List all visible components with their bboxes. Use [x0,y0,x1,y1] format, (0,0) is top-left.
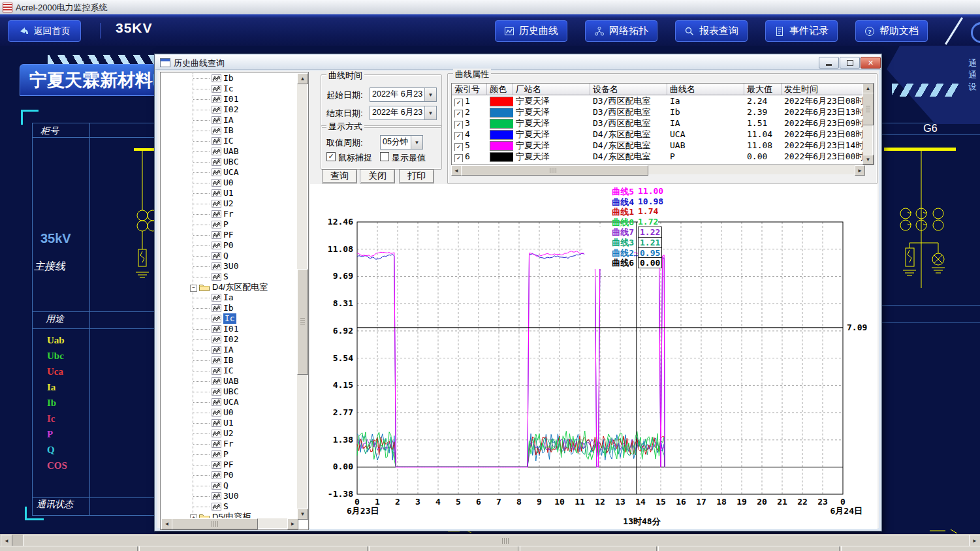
tree-item-I01[interactable]: I01 [161,324,296,334]
tree-item-UBC[interactable]: UBC [161,386,296,397]
table-hscroll-thumb[interactable] [461,165,648,176]
table-vscroll-thumb[interactable] [862,93,874,125]
table-scroll-up-button[interactable]: ▲ [862,84,874,93]
chevron-down-icon[interactable]: ▼ [424,106,436,119]
tree-scroll-up-button[interactable]: ▲ [297,73,308,84]
end-date-select[interactable]: 2022年 6月23 ▼ [370,106,437,120]
tree-item-P0[interactable]: P0 [161,240,296,251]
nav-history-curve-button[interactable]: 历史曲线 [495,20,567,42]
dialog-titlebar[interactable]: 历史曲线查询 [155,55,881,70]
tree-item-P0[interactable]: P0 [161,470,296,480]
main-hscroll-thumb[interactable] [23,535,970,546]
nav-event-log-button[interactable]: 事件记录 [765,20,838,42]
tree-folder-D5/电容柜[interactable]: +D5/电容柜 [161,512,296,518]
tree-item-U2[interactable]: U2 [161,428,296,439]
tree-scroll-left-button[interactable]: ◄ [161,518,172,529]
tree-item-UCA[interactable]: UCA [161,167,296,178]
tree-item-S[interactable]: S [161,501,296,512]
dialog-minimize-button[interactable] [819,57,839,69]
table-col-header[interactable]: 设备名 [590,84,667,95]
tree-item-I01[interactable]: I01 [161,94,296,104]
tree-item-PF[interactable]: PF [161,460,296,470]
close-button[interactable]: 关闭 [360,169,395,183]
row-checkbox[interactable]: ✓ [454,110,463,118]
tree-item-P[interactable]: P [161,449,296,460]
tree-folder-D4/东区配电室[interactable]: −D4/东区配电室 [161,282,296,292]
tree-item-UBC[interactable]: UBC [161,157,296,167]
tree-item-IA[interactable]: IA [161,345,296,355]
mouse-capture-checkbox[interactable]: ✓ [326,152,336,161]
sample-period-select[interactable]: 05分钟 ▼ [380,135,423,150]
tree-item-Ib[interactable]: Ib [161,303,296,313]
tree-item-Ic[interactable]: Ic [161,313,296,324]
tree-item-IC[interactable]: IC [161,366,296,376]
collapse-icon[interactable]: − [190,285,197,292]
table-scroll-left-button[interactable]: ◄ [451,165,462,176]
tree-item-Ib[interactable]: Ib [161,73,296,84]
tree-item-U0[interactable]: U0 [161,407,296,418]
expand-icon[interactable]: + [190,514,197,518]
tree-item-UCA[interactable]: UCA [161,397,296,407]
tree-vscrollbar[interactable]: ▲ ▼ [297,73,307,518]
tree-item-Fr[interactable]: Fr [161,439,296,449]
edge-label-1[interactable]: 通 [968,57,980,68]
tree-item-UAB[interactable]: UAB [161,376,296,386]
row-checkbox[interactable]: ✓ [454,143,463,151]
edge-label-3[interactable]: 设 [968,81,980,91]
table-col-header[interactable]: 最大值 [744,84,782,95]
table-col-header[interactable]: 颜色 [487,84,513,95]
back-home-button[interactable]: 返回首页 [8,20,81,42]
tree-item-Ia[interactable]: Ia [161,292,296,303]
tree-item-S[interactable]: S [161,272,296,282]
curve-chart[interactable]: 12.4611.089.698.316.925.544.152.771.380.… [310,184,877,529]
table-row[interactable]: ✓3宁夏天泽D3/西区配电室IA1.512022年6月23日09时 [452,118,874,129]
tree-item-I02[interactable]: I02 [161,334,296,345]
tree-hscrollbar[interactable]: ◄ ► [161,518,297,528]
table-scroll-down-button[interactable]: ▼ [862,155,874,165]
main-scroll-left-button[interactable]: ◄ [1,535,12,546]
row-checkbox[interactable]: ✓ [454,132,463,140]
table-row[interactable]: ✓6宁夏天泽D4/东区配电室P0.002022年6月23日00时 [452,151,874,162]
tree-item-U1[interactable]: U1 [161,418,296,428]
edge-label-2[interactable]: 通 [968,69,980,80]
tree-item-P[interactable]: P [161,219,296,230]
show-max-checkbox[interactable] [380,152,389,161]
tree-item-IB[interactable]: IB [161,125,296,136]
row-checkbox[interactable]: ✓ [454,121,463,129]
start-date-select[interactable]: 2022年 6月23 ▼ [370,87,437,102]
tree-item-U2[interactable]: U2 [161,198,296,209]
table-row[interactable]: ✓5宁夏天泽D4/东区配电室UAB11.082022年6月23日14时 [452,140,874,151]
tree-item-Q[interactable]: Q [161,251,296,261]
table-vscrollbar[interactable]: ▲ ▼ [862,84,872,163]
tree-item-Ic[interactable]: Ic [161,84,296,94]
tree-scroll-right-button[interactable]: ► [287,518,298,529]
tree-item-IA[interactable]: IA [161,115,296,125]
tree-item-IB[interactable]: IB [161,355,296,366]
query-button[interactable]: 查询 [322,169,357,183]
chevron-down-icon[interactable]: ▼ [424,88,436,101]
tree-hscroll-thumb[interactable] [172,518,258,529]
tree-item-I02[interactable]: I02 [161,104,296,115]
tree-item-UAB[interactable]: UAB [161,146,296,157]
nav-help-doc-button[interactable]: ? 帮助文档 [855,20,928,42]
chevron-down-icon[interactable]: ▼ [411,136,422,149]
tree-item-U0[interactable]: U0 [161,178,296,188]
row-checkbox[interactable]: ✓ [454,99,463,106]
tree-scroll-down-button[interactable]: ▼ [297,509,308,520]
main-scroll-right-button[interactable]: ► [969,535,980,546]
tree-item-3U0[interactable]: 3U0 [161,261,296,272]
table-col-header[interactable]: 曲线名 [667,84,744,95]
nav-network-topology-button[interactable]: 网络拓扑 [585,20,657,42]
tree-item-PF[interactable]: PF [161,230,296,240]
table-scroll-right-button[interactable]: ► [855,165,865,176]
tree-item-3U0[interactable]: 3U0 [161,491,296,501]
tree-item-Fr[interactable]: Fr [161,209,296,219]
row-checkbox[interactable]: ✓ [454,154,463,162]
dialog-close-button[interactable]: ✕ [861,57,881,69]
table-col-header[interactable]: 索引号 [452,84,487,95]
dialog-maximize-button[interactable] [840,57,860,69]
tree-item-U1[interactable]: U1 [161,188,296,198]
tree-item-Q[interactable]: Q [161,480,296,491]
tree-vscroll-thumb[interactable] [297,269,308,375]
table-col-header[interactable]: 发生时间 [782,84,864,95]
